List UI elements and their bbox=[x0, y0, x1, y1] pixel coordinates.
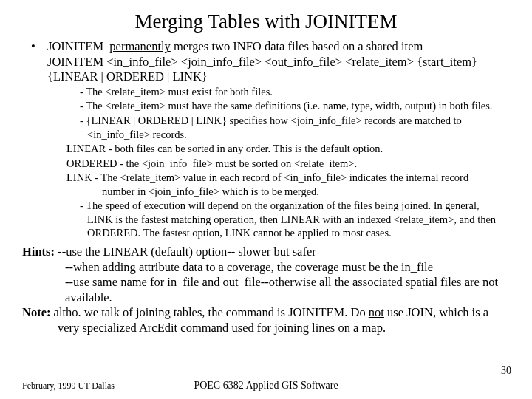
note-3: - {LINEAR | ORDERED | LINK} specifies ho… bbox=[66, 114, 502, 141]
note-2: - The <relate_item> must have the same d… bbox=[66, 99, 502, 113]
hint-3: --use same name for in_file and out_file… bbox=[22, 275, 510, 305]
hint-3-text: --use same name for in_file and out_file… bbox=[65, 275, 498, 304]
bullet-dot: • bbox=[31, 39, 47, 55]
option-ordered: ORDERED - the <join_info_file> must be s… bbox=[66, 157, 502, 171]
hints-label: Hints: bbox=[22, 245, 55, 259]
footer-center: POEC 6382 Applied GIS Software bbox=[22, 380, 510, 392]
option-linear: LINEAR - both files can be sorted in any… bbox=[66, 142, 502, 156]
slide: Merging Tables with JOINITEM • JOINITEM … bbox=[0, 0, 532, 399]
footer: February, 1999 UT Dallas POEC 6382 Appli… bbox=[22, 381, 510, 392]
note-line: Note: altho. we talk of joining tables, … bbox=[22, 305, 510, 335]
option-link: LINK - The <relate_item> value in each r… bbox=[66, 171, 502, 198]
note-text-a: altho. we talk of joining tables, the co… bbox=[50, 305, 368, 319]
note-4: - The speed of execution will depend on … bbox=[66, 199, 502, 240]
permanently-word: permanently bbox=[109, 39, 170, 53]
syntax-line: JOINITEM <in_info_file> <join_info_file>… bbox=[47, 55, 510, 85]
hints-block: Hints: --use the LINEAR (default) option… bbox=[22, 245, 510, 336]
option-link-text: LINK - The <relate_item> value in each r… bbox=[66, 171, 502, 198]
page-number: 30 bbox=[501, 365, 511, 377]
level1-body: JOINITEM permanently merges two INFO dat… bbox=[47, 39, 510, 85]
page-title: Merging Tables with JOINITEM bbox=[22, 10, 510, 33]
hint-2: --when adding attribute data to a covera… bbox=[22, 260, 510, 276]
joinitem-word: JOINITEM bbox=[47, 39, 103, 53]
level1-bullet: • JOINITEM permanently merges two INFO d… bbox=[31, 39, 510, 85]
note-label: Note: bbox=[22, 305, 50, 319]
note-not: not bbox=[369, 305, 384, 319]
note-1: - The <relate_item> must exist for both … bbox=[66, 85, 502, 99]
level2-notes: - The <relate_item> must exist for both … bbox=[66, 85, 502, 240]
line1-rest: merges two INFO data files based on a sh… bbox=[171, 39, 423, 53]
hint-1: Hints: --use the LINEAR (default) option… bbox=[22, 245, 510, 260]
hint-1-text: --use the LINEAR (default) option-- slow… bbox=[58, 245, 316, 259]
